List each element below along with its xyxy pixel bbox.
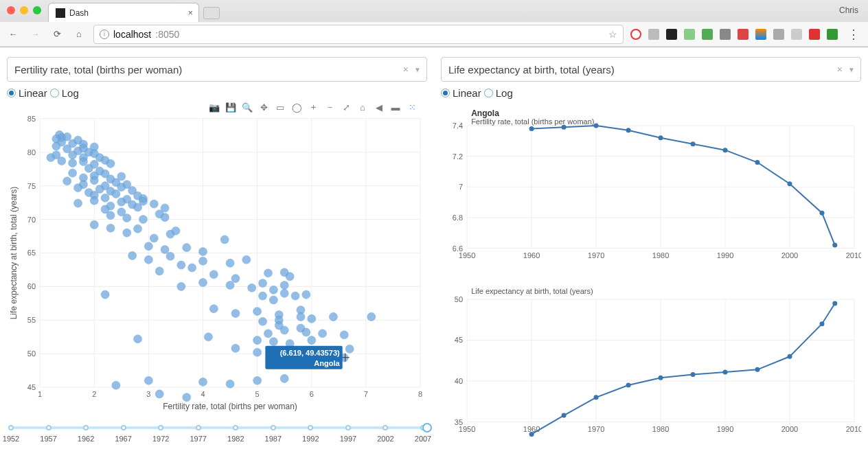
bookmark-star-icon[interactable]: ☆: [608, 29, 617, 40]
hover-icon[interactable]: ▬: [390, 102, 401, 113]
dropdown-clear-icon[interactable]: ×: [403, 64, 409, 75]
address-bar[interactable]: i localhost:8050 ☆: [93, 25, 624, 44]
svg-point-125: [264, 269, 272, 277]
lifeexp-line-chart[interactable]: 195019601970198019902000201035404550Life…: [441, 274, 861, 448]
browser-tab[interactable]: Dash ×: [48, 3, 199, 22]
slider-mark[interactable]: [345, 425, 351, 430]
home-button[interactable]: ⌂: [71, 27, 87, 42]
close-window-icon[interactable]: [7, 6, 15, 14]
svg-point-177: [112, 381, 120, 389]
ext-icon-12[interactable]: [827, 29, 838, 40]
svg-text:1: 1: [38, 390, 42, 398]
svg-point-99: [139, 216, 147, 224]
browser-menu-button[interactable]: ⋮: [845, 27, 863, 42]
svg-point-123: [209, 270, 218, 279]
slider-mark[interactable]: [271, 425, 276, 430]
box-select-icon[interactable]: ▭: [275, 102, 286, 113]
url-host: localhost: [113, 29, 151, 40]
ext-icon-3[interactable]: [666, 29, 677, 40]
svg-text:6.6: 6.6: [453, 244, 463, 253]
url-port: :8050: [155, 29, 179, 40]
svg-point-249: [626, 382, 631, 387]
svg-point-98: [123, 214, 131, 222]
slider-handle[interactable]: [422, 423, 432, 433]
back-button[interactable]: ←: [5, 27, 21, 42]
x-axis-dropdown[interactable]: Fertility rate, total (births per woman)…: [7, 57, 427, 82]
spike-icon[interactable]: ◀: [374, 102, 385, 113]
slider-mark[interactable]: [121, 425, 126, 430]
year-slider[interactable]: 1952195719621967197219771982198719921997…: [7, 421, 427, 447]
ext-icon-5[interactable]: [702, 29, 713, 40]
pan-icon[interactable]: ✥: [258, 102, 269, 113]
svg-point-113: [144, 255, 152, 264]
chevron-down-icon[interactable]: ▼: [414, 66, 421, 73]
reload-button[interactable]: ⟳: [49, 27, 65, 42]
browser-user-label[interactable]: Chris: [839, 5, 858, 15]
radio-label: Log: [62, 87, 79, 99]
slider-mark[interactable]: [8, 425, 14, 430]
svg-text:55: 55: [27, 316, 36, 324]
slider-mark[interactable]: [233, 425, 238, 430]
slider-mark[interactable]: [83, 425, 89, 430]
forward-button: →: [27, 27, 43, 42]
ext-icon-8[interactable]: [755, 29, 766, 40]
camera-icon[interactable]: 📷: [209, 102, 220, 113]
window-controls[interactable]: [7, 6, 41, 14]
slider-mark[interactable]: [46, 425, 52, 430]
minimize-window-icon[interactable]: [20, 6, 28, 14]
ext-icon-1[interactable]: [630, 29, 641, 40]
dropdown-clear-icon[interactable]: ×: [837, 64, 843, 75]
svg-point-158: [340, 331, 348, 339]
slider-mark-label: 1997: [340, 435, 356, 443]
save-icon[interactable]: 💾: [225, 102, 236, 113]
svg-text:Fertility rate, total (births : Fertility rate, total (births per woman): [471, 117, 594, 126]
ext-icon-11[interactable]: [809, 29, 820, 40]
lasso-icon[interactable]: ◯: [291, 102, 302, 113]
browser-chrome: Dash × Chris ← → ⟳ ⌂ i localhost:8050 ☆: [0, 0, 868, 47]
svg-text:2000: 2000: [781, 251, 799, 260]
close-tab-icon[interactable]: ×: [187, 8, 193, 18]
left-column: Fertility rate, total (births per woman)…: [7, 57, 427, 447]
slider-mark[interactable]: [158, 425, 163, 430]
svg-point-156: [302, 328, 310, 336]
y-axis-dropdown[interactable]: Life expectancy at birth, total (years) …: [441, 57, 861, 82]
autoscale-icon[interactable]: ⤢: [341, 102, 352, 113]
ext-icon-4[interactable]: [684, 29, 695, 40]
new-tab-button[interactable]: [203, 7, 220, 19]
svg-text:1980: 1980: [652, 424, 670, 433]
maximize-window-icon[interactable]: [33, 6, 41, 14]
svg-point-55: [69, 159, 77, 167]
svg-point-109: [144, 242, 152, 251]
zoom-out-icon[interactable]: －: [324, 102, 335, 113]
slider-mark-label: 2002: [377, 435, 393, 443]
x-scale-linear-radio[interactable]: Linear: [7, 87, 47, 99]
slider-mark[interactable]: [382, 425, 388, 430]
zoom-icon[interactable]: 🔍: [242, 102, 253, 113]
zoom-in-icon[interactable]: ＋: [308, 102, 319, 113]
slider-mark[interactable]: [196, 425, 201, 430]
scatter-plot[interactable]: 📷 💾 🔍 ✥ ▭ ◯ ＋ － ⤢ ⌂ ◀ ▬ ⁙ 12345678455055…: [7, 100, 427, 421]
y-scale-log-radio[interactable]: Log: [484, 87, 513, 99]
svg-point-110: [161, 246, 169, 254]
ext-icon-7[interactable]: [738, 29, 749, 40]
slider-mark[interactable]: [308, 425, 313, 430]
fertility-line-chart[interactable]: 19501960197019801990200020106.66.877.27.…: [441, 100, 861, 274]
radio-label: Linear: [19, 87, 47, 99]
y-scale-linear-radio[interactable]: Linear: [441, 87, 481, 99]
ext-icon-10[interactable]: [791, 29, 802, 40]
ext-icon-6[interactable]: [720, 29, 731, 40]
svg-point-179: [183, 393, 191, 402]
reset-icon[interactable]: ⌂: [357, 102, 368, 113]
svg-point-129: [198, 278, 207, 286]
ext-icon-9[interactable]: [773, 29, 784, 40]
plotly-logo-icon[interactable]: ⁙: [407, 102, 418, 113]
svg-point-135: [280, 289, 288, 297]
svg-point-116: [220, 235, 229, 244]
svg-point-154: [264, 330, 272, 338]
svg-point-221: [832, 243, 837, 248]
chevron-down-icon[interactable]: ▼: [848, 66, 855, 73]
ext-icon-2[interactable]: [648, 29, 659, 40]
svg-text:45: 45: [27, 383, 36, 391]
x-scale-log-radio[interactable]: Log: [50, 87, 79, 99]
site-info-icon[interactable]: i: [100, 30, 109, 39]
